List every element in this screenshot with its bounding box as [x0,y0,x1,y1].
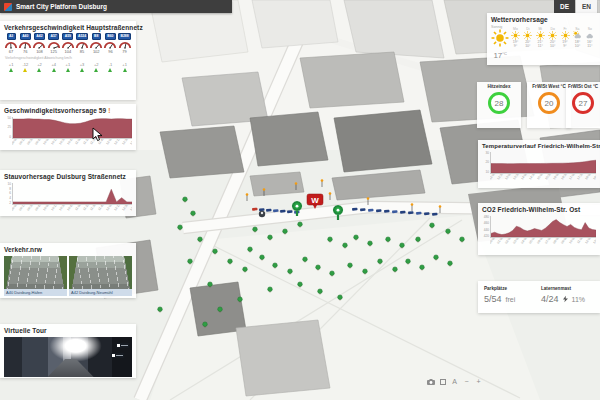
app-title: Smart City Platform Duisburg [16,3,107,10]
trend-item: +1 [61,62,75,72]
y-tick-label: 2 [9,202,11,205]
vehicle-marker[interactable] [400,211,406,214]
fullscreen-button[interactable] [438,377,447,386]
vehicle-marker[interactable] [408,211,414,214]
vehicle-marker[interactable] [352,208,358,211]
gauge-dial-icon [89,40,103,49]
gauge-dial-icon [4,40,18,49]
vehicle-marker[interactable] [266,209,272,212]
road-badge: A40 [20,33,31,40]
forecast-day: Di 20° 10° [522,25,534,49]
vehicle-marker[interactable] [392,210,398,213]
gauge-value: 108 [36,49,43,54]
road-badge: A3 [7,33,16,40]
speed-gauge: B288 79 [118,33,132,54]
lang-button-de[interactable]: DE [554,0,575,13]
vehicle-marker[interactable] [376,209,382,212]
vehicle-marker[interactable] [287,210,293,213]
road-badge: A524 [76,33,89,40]
vehicle-marker[interactable] [368,209,374,212]
forecast-day: Mi 21° 11° [534,25,546,49]
lightning-icon [563,295,568,303]
alert-icon: ! [108,107,110,114]
temperature-chart[interactable] [490,152,596,174]
camera-thumbnail[interactable]: A40 Duisburg-Häfen [4,256,67,296]
vehicle-marker[interactable] [424,212,430,215]
traffic-speed-panel: Verkehrsgeschwindigkeit Hauptstraßennetz… [0,21,136,100]
zoom-out-button[interactable]: − [462,377,471,386]
vehicle-marker[interactable] [360,208,366,211]
lang-button-en[interactable]: EN [576,0,597,13]
trend-arrow-icon [80,68,84,72]
y-axis: 302010 [482,152,490,174]
panel-title: Virtuelle Tour [4,327,132,334]
y-tick-label: 20 [485,161,489,164]
road-badge: A42 [34,33,45,40]
trend-item: +1 [118,62,132,72]
speed-gauge: B8 102 [89,33,103,54]
trend-arrow-icon [108,68,112,72]
virtual-tour-image[interactable] [4,337,132,377]
gauge-dial-icon [47,40,61,49]
frwlst-ost-card: FrWlSt Ost °C 27 [566,82,600,128]
y-tick-label: 50 [7,117,11,120]
camera-label: A40 Duisburg-Häfen [4,289,67,296]
parking-label: Parkplätze [484,286,507,291]
sun-icon [491,29,509,47]
trend-item: +4 [47,62,61,72]
vehicle-marker[interactable] [384,210,390,213]
gauge-dial-icon [103,40,117,49]
camera-view-button[interactable] [426,377,435,386]
suncloud-icon [573,31,582,40]
trend-value: +4 [51,62,56,67]
trend-item: +2 [89,62,103,72]
trend-item: +1 [4,62,18,72]
sun-icon [491,29,509,51]
speed-gauge: A524 85 [75,33,89,54]
trend-value: +1 [122,62,127,67]
vehicle-marker[interactable] [252,208,258,211]
vehicle-marker[interactable] [259,208,265,211]
vehicle-marker[interactable] [273,209,279,212]
panel-title: CO2 Friedrich-Wilhelm-Str. Ost [482,206,596,213]
lantern-label: Laternenmast [541,286,571,291]
weather-panel: Wettervorhersage Sonnig 17°C Mo 19° 9° D… [487,13,600,65]
speed-gauge: B60 96 [103,33,117,54]
heat-index-gauge: 28 [488,92,510,114]
y-tick-label: 0 [9,136,11,139]
road-badge: A59 [62,33,73,40]
forecast-day: Mo 19° 9° [509,25,521,49]
speed-gauge: A3 67 [4,33,18,54]
parking-value: 5/54 [484,294,502,304]
vehicle-marker[interactable] [416,212,422,215]
gauge-row: A3 67 A40 76 A42 108 A57 [4,33,132,54]
camera-thumbnail[interactable]: A42 Duisburg-Neumühl [69,256,132,296]
person-marker[interactable] [259,211,265,217]
trend-item: -1 [103,62,117,72]
x-axis: 12:0012:3013:0013:3014:0014:3015:0015:30… [490,174,596,184]
co2-chart[interactable] [490,216,596,238]
zoom-in-button[interactable]: + [474,377,483,386]
day-low: 10° [525,44,530,48]
trend-value: +2 [94,62,99,67]
speed-forecast-panel: Geschwindigkeitsvorhersage 59 ! 50250 09… [0,104,136,150]
co2-chart-panel: CO2 Friedrich-Wilhelm-Str. Ost 480460440… [478,203,600,255]
vehicle-marker[interactable] [432,213,438,216]
y-tick-label: 4 [9,197,11,200]
jam-forecast-chart[interactable] [12,183,132,205]
y-tick-label: 30 [485,152,489,155]
tour-road [48,359,94,377]
vehicle-marker[interactable] [280,210,286,213]
gauge-label: FrWlSt Ost °C [568,84,598,89]
y-tick-label: 440 [484,229,489,232]
speed-gauge: A57 125 [47,33,61,54]
tour-hotspot[interactable] [116,343,129,348]
trend-value: +1 [66,62,71,67]
speed-gauge: A40 76 [18,33,32,54]
traffic-cameras-panel: Verkehr.nrw A40 Duisburg-Häfen A42 Duisb… [0,243,136,298]
road-badge: B60 [105,33,116,40]
labels-button[interactable]: A [450,377,459,386]
gauge-value: 85 [80,49,84,54]
tour-hotspot[interactable] [111,353,124,358]
speed-forecast-chart[interactable] [12,117,132,139]
